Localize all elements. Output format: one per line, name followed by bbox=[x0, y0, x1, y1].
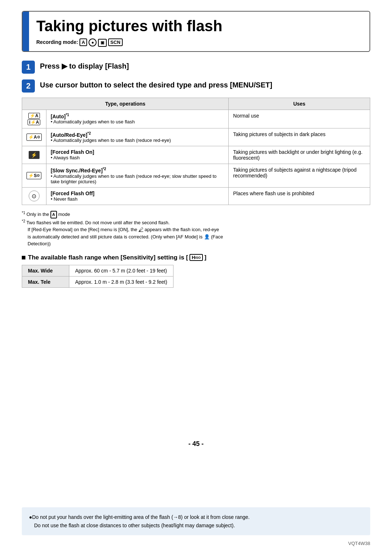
uses-slowsync: Taking pictures of subjects against a ni… bbox=[229, 164, 370, 188]
icon-cell-forced-off: ⊙ bbox=[22, 187, 46, 205]
range-value-tele: Approx. 1.0 m - 2.8 m (3.3 feet - 9.2 fe… bbox=[69, 276, 173, 287]
footnote-2-detail3: Detection)) bbox=[22, 240, 370, 247]
step2-number: 2 bbox=[22, 79, 35, 93]
face-icon: 👤 bbox=[204, 234, 210, 239]
flash-ao-icon: ⚡A⊙ bbox=[26, 134, 42, 141]
table-row: ⚡A⊙ [Auto/Red-Eye]*2 • Automatically jud… bbox=[22, 128, 370, 146]
footnote-mode-icon: A bbox=[50, 211, 57, 218]
uses-redeyeauto: Taking pictures of subjects in dark plac… bbox=[229, 128, 370, 146]
uses-auto: Normal use bbox=[229, 110, 370, 128]
type-desc-slowsync: • Automatically judges when to use flash… bbox=[51, 173, 224, 184]
icon-cell-forced-on: ⚡ bbox=[22, 146, 46, 164]
type-desc-auto: • Automatically judges when to use flash bbox=[51, 119, 224, 124]
table-row: Max. Tele Approx. 1.0 m - 2.8 m (3.3 fee… bbox=[22, 276, 173, 287]
uses-forced-off: Places where flash use is prohibited bbox=[229, 187, 370, 205]
flash-ia-icon: i⚡A bbox=[28, 119, 40, 125]
page-title: Taking pictures with flash bbox=[36, 17, 362, 35]
mode-icon-scn: SCN bbox=[108, 38, 122, 46]
type-name-forced-on: [Forced Flash On] bbox=[51, 149, 224, 155]
type-name-redeyeauto: [Auto/Red-Eye]*2 bbox=[51, 131, 224, 138]
step1: 1 Press ▶ to display [Flash] bbox=[22, 60, 370, 74]
flash-table: Type, operations Uses ⚡A i⚡A [Auto]*1 • … bbox=[22, 98, 370, 205]
flash-forced-on-icon: ⚡ bbox=[29, 151, 40, 159]
mode-icon-sq: ▣ bbox=[98, 39, 107, 47]
type-name-slowsync: [Slow Sync./Red-Eye]*2 bbox=[51, 167, 224, 173]
type-cell-forced-on: [Forced Flash On] • Always flash bbox=[46, 146, 229, 164]
type-cell-redeyeauto: [Auto/Red-Eye]*2 • Automatically judges … bbox=[46, 128, 229, 146]
mode-icon-circle: ● bbox=[89, 38, 97, 46]
range-label-wide: Max. Wide bbox=[22, 265, 69, 276]
type-desc-redeyeauto: • Automatically judges when to use flash… bbox=[51, 138, 224, 143]
flash-a-icon: ⚡A bbox=[28, 113, 40, 119]
pencil-icon: 🖊 bbox=[139, 227, 143, 232]
flash-forced-off-icon: ⊙ bbox=[29, 191, 40, 201]
table-row: ⚡A i⚡A [Auto]*1 • Automatically judges w… bbox=[22, 110, 370, 128]
step1-text: Press ▶ to display [Flash] bbox=[40, 60, 129, 71]
table-row: Max. Wide Approx. 60 cm - 5.7 m (2.0 fee… bbox=[22, 265, 173, 276]
footnotes: *1 Only in the A mode *2 Two flashes wil… bbox=[22, 210, 370, 247]
title-block: Taking pictures with flash Recording mod… bbox=[22, 11, 370, 52]
page-number: - 45 - bbox=[22, 440, 370, 448]
mode-icon-a: A bbox=[79, 38, 87, 46]
type-cell-forced-off: [Forced Flash Off] • Never flash bbox=[46, 187, 229, 205]
step1-number: 1 bbox=[22, 61, 35, 74]
step2-text: Use cursor button to select the desired … bbox=[40, 79, 272, 90]
type-name-auto: [Auto]*1 bbox=[51, 113, 224, 119]
type-desc-forced-off: • Never flash bbox=[51, 196, 224, 202]
sensitivity-text: The available flash range when [Sensitiv… bbox=[28, 254, 188, 261]
icon-cell-slowsync: ⚡S⊙ bbox=[22, 164, 46, 188]
table-row: ⚡S⊙ [Slow Sync./Red-Eye]*2 • Automatical… bbox=[22, 164, 370, 188]
footnote-2: *2 Two flashes will be emitted. Do not m… bbox=[22, 218, 370, 226]
table-row: ⊙ [Forced Flash Off] • Never flash Place… bbox=[22, 187, 370, 205]
range-label-tele: Max. Tele bbox=[22, 276, 69, 287]
warning-box: ●Do not put your hands over the light-em… bbox=[22, 507, 370, 535]
range-table: Max. Wide Approx. 60 cm - 5.7 m (2.0 fee… bbox=[22, 265, 173, 288]
page-code: VQT4W38 bbox=[348, 541, 370, 546]
black-square-icon bbox=[22, 256, 25, 259]
table-row: ⚡ [Forced Flash On] • Always flash Takin… bbox=[22, 146, 370, 164]
iso-badge: H ISO bbox=[189, 254, 203, 261]
flash-so-icon: ⚡S⊙ bbox=[26, 172, 41, 179]
footnote-2-detail: If [Red-Eye Removal] on the [Rec] menu i… bbox=[22, 226, 370, 233]
sensitivity-text-end: ] bbox=[204, 254, 207, 261]
icon-cell-auto: ⚡A i⚡A bbox=[22, 110, 46, 128]
recording-mode: Recording mode: A ● ▣ SCN bbox=[36, 38, 362, 47]
warning-line-2: Do not use the flash at close distances … bbox=[29, 521, 363, 529]
type-name-forced-off: [Forced Flash Off] bbox=[51, 191, 224, 196]
icon-cell-redeyeauto: ⚡A⊙ bbox=[22, 128, 46, 146]
warning-line-1: ●Do not put your hands over the light-em… bbox=[29, 513, 363, 521]
col1-header: Type, operations bbox=[22, 98, 229, 110]
col2-header: Uses bbox=[229, 98, 370, 110]
range-value-wide: Approx. 60 cm - 5.7 m (2.0 feet - 19 fee… bbox=[69, 265, 173, 276]
type-cell-slowsync: [Slow Sync./Red-Eye]*2 • Automatically j… bbox=[46, 164, 229, 188]
type-desc-forced-on: • Always flash bbox=[51, 155, 224, 160]
type-cell-auto: [Auto]*1 • Automatically judges when to … bbox=[46, 110, 229, 128]
step2: 2 Use cursor button to select the desire… bbox=[22, 79, 370, 93]
auto-icon-stack: ⚡A i⚡A bbox=[26, 113, 42, 125]
footnote-1: *1 Only in the A mode bbox=[22, 210, 370, 218]
page: Taking pictures with flash Recording mod… bbox=[0, 0, 392, 557]
bullet-icon: ● bbox=[29, 514, 32, 520]
uses-forced-on: Taking pictures with backlight or under … bbox=[229, 146, 370, 164]
sensitivity-header: The available flash range when [Sensitiv… bbox=[22, 254, 370, 261]
footnote-2-detail2: is automatically detected and still pict… bbox=[22, 233, 370, 241]
